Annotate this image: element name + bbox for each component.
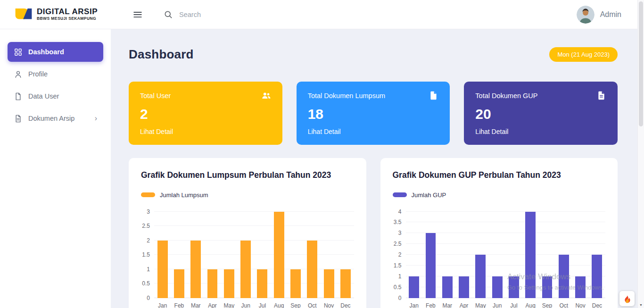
user-name: Admin — [600, 10, 621, 19]
bar-feb[interactable] — [174, 269, 184, 298]
x-tick-label: Jul — [505, 302, 522, 308]
bar-column — [221, 212, 237, 298]
lihat-detail-link[interactable]: Lihat Detail — [140, 128, 271, 135]
bar-column — [489, 212, 505, 298]
bar-mar[interactable] — [442, 276, 453, 298]
bar-oct[interactable] — [307, 241, 317, 298]
bar-column — [472, 212, 489, 298]
y-axis: 00.511.522.53 — [141, 212, 154, 298]
x-tick-label: Nov — [321, 302, 337, 308]
bar-dec[interactable] — [340, 269, 351, 298]
x-tick-label: Sep — [287, 302, 304, 308]
bar-jul[interactable] — [257, 269, 267, 298]
x-tick-label: Jun — [237, 302, 254, 308]
debug-toolbar-button[interactable] — [619, 291, 635, 306]
main-content: Dashboard Mon (21 Aug 2023) Total User — [111, 29, 644, 308]
bar-aug[interactable] — [274, 212, 284, 298]
grid-icon — [14, 48, 23, 57]
chart-legend[interactable]: Jumlah Lumpsum — [141, 191, 208, 199]
bar-jul[interactable] — [509, 276, 519, 298]
bar-dec[interactable] — [592, 255, 602, 298]
bar-nov[interactable] — [324, 269, 334, 298]
y-tick-label: 3 — [147, 209, 150, 215]
hamburger-icon — [132, 9, 143, 20]
stat-card-total-dokumen-lumpsum: Total Dokumen Lumpsum 18 Lihat Detail — [297, 82, 450, 145]
y-tick-label: 1 — [147, 266, 150, 272]
y-tick-label: 2 — [147, 238, 150, 243]
bar-jan[interactable] — [409, 276, 419, 298]
bar-column — [154, 212, 171, 298]
body-wrap: Dashboard Profile — [0, 29, 644, 308]
x-tick-label: Dec — [337, 302, 354, 308]
bar-column — [455, 212, 472, 298]
bar-sep[interactable] — [290, 269, 301, 298]
bars — [154, 212, 354, 298]
page-scrollbar[interactable]: ▼ — [637, 0, 644, 308]
bar-chart-gup: 00.511.522.533.54 JanFebMarAprMayJunJulA… — [393, 212, 606, 308]
x-tick-label: Jan — [154, 302, 171, 308]
sidebar-item-profile[interactable]: Profile — [8, 64, 103, 84]
bar-column — [572, 212, 588, 298]
stat-card-header: Total User — [140, 91, 271, 100]
x-tick-label: Oct — [304, 302, 321, 308]
chart-legend[interactable]: Jumlah GUP — [393, 191, 446, 199]
bar-nov[interactable] — [575, 276, 586, 298]
x-tick-label: Jan — [406, 302, 422, 308]
avatar[interactable] — [577, 6, 594, 24]
x-tick-label: May — [221, 302, 237, 308]
bar-aug[interactable] — [525, 212, 536, 298]
bar-sep[interactable] — [542, 276, 553, 298]
bar-apr[interactable] — [207, 269, 218, 298]
bar-mar[interactable] — [190, 241, 201, 298]
search-icon — [164, 10, 173, 19]
bar-may[interactable] — [224, 269, 234, 298]
sidebar-item-label: Dokumen Arsip — [28, 115, 74, 122]
search-input[interactable] — [178, 10, 329, 19]
x-tick-label: Dec — [589, 302, 605, 308]
sidebar-item-data-user[interactable]: Data User — [8, 86, 103, 106]
x-tick-label: Jun — [489, 302, 505, 308]
bar-jun[interactable] — [492, 276, 503, 298]
chart-title: Grafik Dokumen Lumpsum Perbulan Tahun 20… — [141, 170, 354, 180]
bar-jan[interactable] — [157, 241, 168, 298]
search-box — [164, 10, 577, 19]
bar-oct[interactable] — [559, 255, 569, 298]
menu-toggle-button[interactable] — [131, 8, 145, 22]
brand-subtitle: BBWS MESUJI SEKAMPUNG — [37, 17, 98, 21]
lihat-detail-link[interactable]: Lihat Detail — [475, 128, 606, 135]
x-tick-label: Apr — [455, 302, 472, 308]
y-tick-label: 1.5 — [142, 252, 150, 258]
bar-may[interactable] — [475, 255, 486, 298]
x-axis: JanFebMarAprMayJunJulAugSepOctNovDec — [406, 298, 606, 308]
bar-jun[interactable] — [240, 241, 251, 298]
user-menu[interactable]: Admin — [577, 6, 630, 24]
stat-card-header: Total Dokumen GUP — [475, 91, 606, 100]
lihat-detail-link[interactable]: Lihat Detail — [308, 128, 439, 135]
topbar: DIGITAL ARSIP BBWS MESUJI SEKAMPUNG — [0, 0, 644, 29]
y-tick-label: 0 — [398, 295, 402, 301]
charts-row: Grafik Dokumen Lumpsum Perbulan Tahun 20… — [129, 158, 618, 308]
y-tick-label: 2.5 — [142, 223, 150, 229]
file-icon — [429, 91, 438, 100]
flame-icon — [622, 294, 632, 304]
scrollbar-down-arrow[interactable]: ▼ — [638, 301, 644, 308]
bar-apr[interactable] — [459, 276, 469, 298]
legend-swatch — [393, 192, 407, 197]
x-tick-label: Oct — [555, 302, 572, 308]
y-tick-label: 4 — [398, 209, 402, 215]
file-icon — [14, 92, 23, 101]
sidebar-item-dokumen-arsip[interactable]: Dokumen Arsip › — [8, 108, 103, 128]
legend-label: Jumlah GUP — [412, 191, 446, 199]
user-icon — [14, 70, 23, 79]
brand[interactable]: DIGITAL ARSIP BBWS MESUJI SEKAMPUNG — [14, 6, 125, 23]
stat-card-total-user: Total User 2 Lihat Detail — [129, 82, 282, 145]
stat-card-value: 2 — [140, 107, 271, 121]
scrollbar-thumb[interactable] — [639, 1, 643, 126]
y-tick-label: 1 — [398, 274, 402, 279]
chart-title: Grafik Dokumen GUP Perbulan Tahun 2023 — [393, 170, 606, 180]
bar-column — [337, 212, 354, 298]
plot-area — [406, 212, 606, 298]
stat-cards-row: Total User 2 Lihat Detail — [129, 82, 618, 145]
bar-feb[interactable] — [426, 233, 436, 298]
sidebar-item-dashboard[interactable]: Dashboard — [8, 42, 103, 62]
